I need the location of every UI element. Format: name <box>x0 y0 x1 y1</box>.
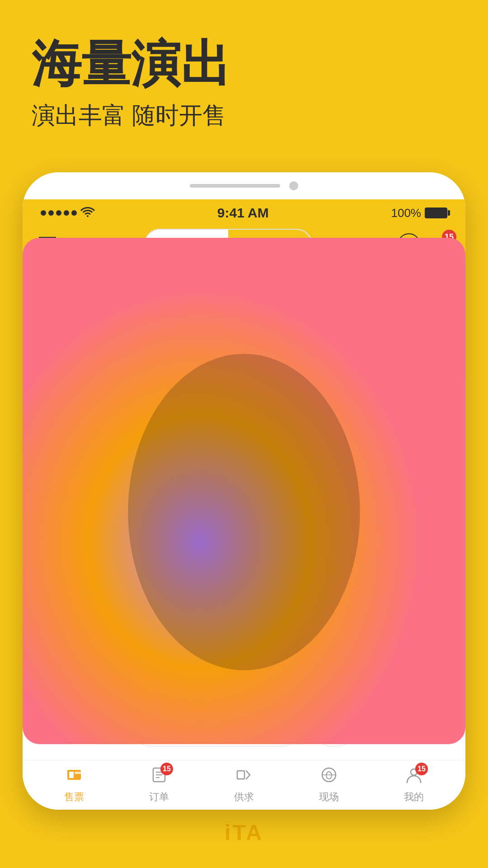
selling-icon <box>66 766 83 788</box>
svg-rect-6 <box>75 772 81 774</box>
hero-section: 海量演出 演出丰富 随时开售 <box>0 0 488 172</box>
hero-subtitle: 演出丰富 随时开售 <box>32 100 456 132</box>
carousel: 九天FE COME WITH ME MACO <box>23 263 465 380</box>
svg-point-13 <box>326 772 332 779</box>
carousel-item-3[interactable] <box>176 265 271 373</box>
svg-rect-5 <box>69 772 74 778</box>
footer-area: iTA <box>0 810 488 855</box>
orders-badge: 15 <box>160 763 173 775</box>
carousel-card-3 <box>176 265 271 373</box>
profile-badge: 15 <box>415 763 428 775</box>
orders-icon: 15 <box>150 766 168 788</box>
phone-wrapper: 9:41 AM 100% 售票中 已停售 15 <box>0 172 488 810</box>
hero-title: 海量演出 <box>32 36 456 91</box>
phone-mockup: 9:41 AM 100% 售票中 已停售 15 <box>23 172 465 810</box>
supply-icon <box>235 766 253 788</box>
ita-label: iTA <box>225 820 263 845</box>
profile-icon: 15 <box>405 766 422 788</box>
svg-rect-11 <box>237 771 244 779</box>
venue-icon <box>320 766 338 788</box>
